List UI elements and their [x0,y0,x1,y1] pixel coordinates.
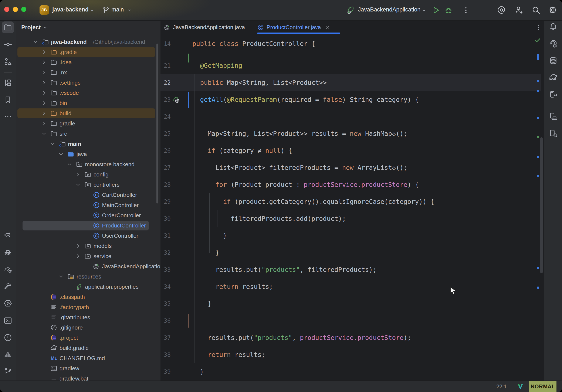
editor-tab-JavaBackendApplication.java[interactable]: JavaBackendApplication.java [164,21,253,34]
line-number-37[interactable]: 37 [161,329,171,346]
editor-tab-ProductController.java[interactable]: CProductController.java [257,21,340,34]
tree-row-resources[interactable]: resources [16,272,161,282]
more-vertical-icon[interactable] [461,6,471,15]
tool-window-button-device-manager[interactable] [547,89,559,101]
chevron-down-icon[interactable] [58,272,64,282]
project-panel-header[interactable]: Project [21,22,48,33]
tree-row-bin[interactable]: bin [16,98,161,108]
chevron-right-icon[interactable] [41,78,47,88]
tree-row-service[interactable]: service [16,251,161,261]
minimize-window-button[interactable] [13,7,18,12]
chevron-down-icon[interactable] [75,180,81,190]
tool-window-button-ai-assistant[interactable] [547,38,559,49]
tree-row-.settings[interactable]: .settings [16,78,161,88]
tool-window-button-gradle[interactable] [547,72,559,83]
tool-window-button-notifications[interactable] [547,21,559,33]
line-number-39[interactable]: 39 [161,363,171,380]
line-number-29[interactable]: 29 [161,193,171,210]
tree-row-gradlew.bat[interactable]: gradlew.bat [16,373,161,380]
tree-row-.project[interactable]: .project [16,333,161,343]
tool-window-button-services[interactable] [2,297,14,309]
ideavim-icon[interactable] [517,383,524,390]
tree-row-monostore.backend[interactable]: monostore.backend [16,159,161,169]
code-line-22[interactable]: public Map<String, List<Product>> [192,74,327,91]
line-number-36[interactable]: 36 [161,312,171,329]
line-number-28[interactable]: 28 [161,176,171,193]
inspections-ok-check-icon[interactable] [534,36,541,44]
code-line-32[interactable]: } [192,244,219,261]
tool-window-button-commit[interactable] [2,38,14,50]
stripe-mark-blue[interactable] [537,175,539,177]
code-line-38[interactable]: return results; [192,346,265,363]
tree-row-application.properties[interactable]: application.properties [16,282,161,292]
chevron-down-icon[interactable] [32,37,39,47]
chevron-right-icon[interactable] [41,119,47,129]
project-tree-scrollbar[interactable] [156,44,158,203]
tool-window-button-bookmarks[interactable] [2,94,14,106]
tree-row-ProductController[interactable]: CProductController [16,220,161,231]
tree-row-UserController[interactable]: CUserController [16,231,161,241]
editor-scrollbar[interactable] [540,137,543,273]
code-line-25[interactable]: Map<String, List<Product>> results = new… [192,125,407,142]
chevron-down-icon[interactable] [41,129,47,139]
tree-row-OrderController[interactable]: COrderController [16,210,161,220]
code-line-27[interactable]: List<Product> filteredProducts = new Arr… [192,159,407,176]
tree-row-main[interactable]: main [16,139,161,149]
line-number-25[interactable]: 25 [161,125,171,142]
line-number-31[interactable]: 31 [161,227,171,244]
code-line-35[interactable]: } [192,295,211,312]
tool-window-button-more-tool-windows[interactable] [2,111,14,123]
tree-row-.factorypath[interactable]: .factorypath [16,302,161,312]
line-number-35[interactable]: 35 [161,295,171,312]
tree-row-.gradle[interactable]: .gradle [16,47,161,57]
code-line-26[interactable]: if (category ≠ null) { [192,142,292,159]
vim-mode-badge[interactable]: NORMAL [529,381,556,392]
project-logo[interactable]: JB [40,5,49,15]
tool-window-button-problems[interactable] [2,332,14,344]
line-number-38[interactable]: 38 [161,346,171,363]
ai-assistant-icon[interactable] [497,5,506,15]
stripe-mark-blue[interactable] [537,117,539,119]
tool-window-button-notifications[interactable] [2,348,14,360]
tree-row-gradle[interactable]: gradle [16,119,161,129]
chevron-right-icon[interactable] [41,108,47,119]
run-icon[interactable] [431,6,440,15]
zoom-window-button[interactable] [21,7,26,12]
line-number-34[interactable]: 34 [161,278,171,295]
code-line-29[interactable]: if (product.getCategory().equalsIgnoreCa… [192,193,434,210]
line-number-32[interactable]: 32 [161,244,171,261]
chevron-right-icon[interactable] [41,47,47,57]
request-mapping-icon[interactable] [172,96,180,104]
chevron-right-icon[interactable] [41,98,47,108]
code-line-28[interactable]: for (Product product : productService.pr… [192,176,419,193]
tree-row-.classpath[interactable]: .classpath [16,292,161,302]
tool-window-button-terminal[interactable] [2,315,14,327]
tree-row-.idea[interactable]: .idea [16,57,161,67]
line-number-22[interactable]: 22 [161,74,171,91]
tree-row-CartController[interactable]: CCartController [16,190,161,200]
tree-row-build.gradle[interactable]: build.gradle [16,343,161,353]
chevron-right-icon[interactable] [41,67,47,78]
chevron-down-icon[interactable] [58,149,64,159]
close-window-button[interactable] [4,7,9,12]
settings-gear-icon[interactable] [548,5,558,15]
tree-row-java[interactable]: java [16,149,161,159]
code-line-21[interactable]: @GetMapping [192,57,242,74]
stripe-mark-blue[interactable] [537,286,539,289]
tool-window-button-running-devices[interactable] [547,110,559,122]
chevron-right-icon[interactable] [41,88,47,98]
chevron-right-icon[interactable] [75,169,81,180]
tree-row-build[interactable]: build [16,108,161,119]
chevron-down-icon[interactable] [66,159,73,169]
tool-window-button-device-explorer[interactable] [547,127,559,139]
line-number-21[interactable]: 21 [161,57,171,74]
line-number-30[interactable]: 30 [161,210,171,227]
code-line-34[interactable]: return results; [192,278,273,295]
code-line-23[interactable]: getAll(@RequestParam(required = false) S… [192,91,419,108]
stripe-mark-green[interactable] [537,136,539,138]
tool-window-button-project[interactable] [2,22,14,33]
tool-window-button-ai-plugin[interactable] [2,230,14,242]
line-number-23[interactable]: 23 [161,91,171,108]
tree-row-java-backend[interactable]: java-backend~/Github/java-backend [16,37,161,47]
chevron-right-icon[interactable] [75,241,81,251]
